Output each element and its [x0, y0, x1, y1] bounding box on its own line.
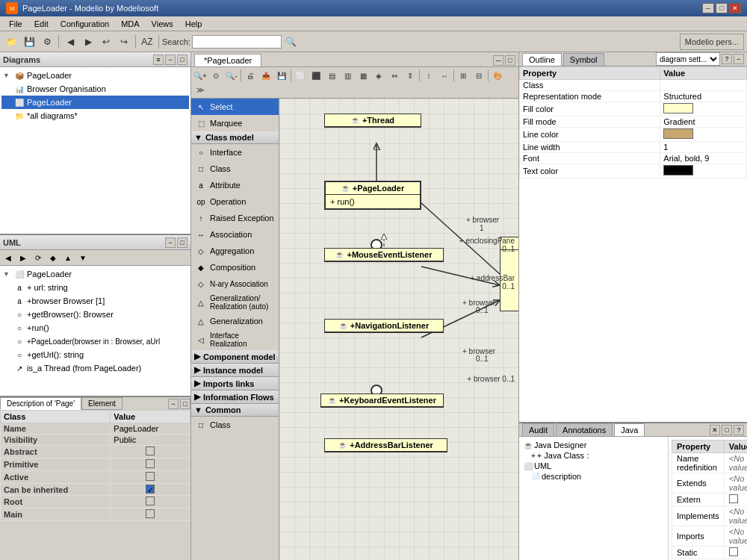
- tree-item-all-diagrams[interactable]: 📁 *all diagrams*: [1, 109, 189, 122]
- desc-tab-element[interactable]: Element: [81, 397, 123, 410]
- uml-tree-pageloader[interactable]: ▼ ⬜ PageLoader: [1, 267, 189, 281]
- line-color-swatch[interactable]: [663, 128, 693, 139]
- java-row-static-val[interactable]: [724, 547, 747, 559]
- desc-tab-description[interactable]: Description of 'Page': [0, 397, 81, 410]
- layout-btn-1[interactable]: ↕: [421, 69, 436, 82]
- cb-static[interactable]: [729, 547, 738, 556]
- palette-class[interactable]: □ Class: [191, 161, 279, 177]
- tab-outline[interactable]: Outline: [522, 53, 562, 66]
- cb-inherited[interactable]: ✓: [146, 485, 155, 494]
- menu-configuration[interactable]: Configuration: [55, 18, 115, 30]
- diagrams-ctrl-3[interactable]: □: [177, 55, 187, 65]
- tab-audit[interactable]: Audit: [522, 423, 554, 436]
- palette-section-component[interactable]: ▶ Component model: [191, 350, 279, 364]
- titlebar-buttons[interactable]: ─ □ ✕: [702, 3, 741, 13]
- cb-main[interactable]: [146, 509, 155, 518]
- outline-ctrl-min[interactable]: −: [734, 54, 744, 64]
- align-btn-8[interactable]: ⇕: [403, 69, 418, 82]
- uml-tree-browser[interactable]: a +browser Browser [1]: [1, 294, 189, 308]
- align-btn-7[interactable]: ⇔: [387, 69, 402, 82]
- toolbar-btn-1[interactable]: 📁: [3, 34, 19, 50]
- palette-raised-exception[interactable]: ↑ Raised Exception: [191, 210, 279, 226]
- outline-row-class-val[interactable]: [660, 80, 747, 91]
- bottom-right-ctrl-2[interactable]: □: [722, 425, 732, 435]
- diagram-tab-pageloader[interactable]: *PageLoader: [194, 54, 261, 66]
- menu-views[interactable]: Views: [146, 18, 179, 30]
- java-row-imports-val[interactable]: <No value>: [724, 526, 747, 547]
- uml-class-pageloader[interactable]: ☕ +PageLoader + run(): [324, 181, 421, 210]
- palette-section-infoflows[interactable]: ▶ Information Flows: [191, 391, 279, 404]
- search-button[interactable]: 🔍: [283, 34, 300, 50]
- row-value-main[interactable]: [111, 508, 190, 521]
- uml-tb-6[interactable]: ▼: [76, 252, 90, 264]
- menu-file[interactable]: File: [3, 18, 28, 30]
- grid-btn[interactable]: ⊞: [456, 69, 471, 82]
- tree-item-browser-org[interactable]: 📊 Browser Organisation: [1, 82, 189, 96]
- java-row-extends-val[interactable]: <No value>: [724, 473, 747, 494]
- desc-ctrl-2[interactable]: □: [180, 399, 190, 409]
- palette-section-common[interactable]: ▼ Common: [191, 404, 279, 417]
- align-btn-3[interactable]: ▤: [324, 69, 339, 82]
- row-value-name[interactable]: PageLoader: [111, 423, 190, 435]
- palette-common-class[interactable]: □ Class: [191, 417, 279, 433]
- align-btn-5[interactable]: ▦: [356, 69, 371, 82]
- diagram-canvas[interactable]: ☕ +Thread ☕ +JFrame ☕ +PageLoade: [279, 99, 518, 560]
- palette-select[interactable]: ↖ Select: [191, 99, 279, 115]
- bottom-right-ctrl-1[interactable]: ✕: [710, 425, 720, 435]
- align-btn-4[interactable]: ▥: [340, 69, 355, 82]
- uml-class-addressbar[interactable]: ☕ +AddressBarListener: [324, 438, 447, 452]
- print-btn[interactable]: 🖨: [243, 69, 258, 82]
- java-row-extern-val[interactable]: [724, 494, 747, 506]
- bottom-right-ctrl-3[interactable]: ?: [734, 425, 744, 435]
- palette-gen-real[interactable]: △ Generalization/Realization (auto): [191, 292, 279, 313]
- text-color-swatch[interactable]: [663, 165, 693, 175]
- palette-operation[interactable]: op Operation: [191, 193, 279, 210]
- outline-row-font-val[interactable]: Arial, bold, 9: [660, 153, 747, 164]
- diagrams-controls[interactable]: ≡ − □: [153, 55, 187, 65]
- zoom-in-btn[interactable]: 🔍+: [193, 69, 208, 82]
- outline-ctrl-help[interactable]: ?: [722, 54, 732, 64]
- maximize-button[interactable]: □: [716, 3, 728, 13]
- uml-tree-getbrowser[interactable]: ○ +getBrowser(): Browser: [1, 308, 189, 321]
- align-btn-6[interactable]: ◈: [371, 69, 386, 82]
- more-btn[interactable]: ≫: [193, 83, 208, 96]
- outline-row-linewidth-val[interactable]: 1: [660, 142, 747, 153]
- uml-tb-1[interactable]: ◀: [1, 252, 15, 264]
- outline-row-repr-val[interactable]: Structured: [660, 91, 747, 102]
- uml-ctrl-2[interactable]: □: [177, 237, 187, 248]
- cb-root[interactable]: [146, 497, 155, 505]
- palette-interface[interactable]: ○ Interface: [191, 144, 279, 161]
- palette-section-instance[interactable]: ▶ Instance model: [191, 364, 279, 377]
- search-input[interactable]: [192, 35, 282, 49]
- diagrams-ctrl-1[interactable]: ≡: [153, 55, 164, 65]
- row-value-visibility[interactable]: Public: [111, 435, 190, 446]
- menu-help[interactable]: Help: [179, 18, 208, 30]
- uml-class-navlistener[interactable]: ☕ +NavigationListener: [324, 319, 444, 333]
- desc-controls[interactable]: − □: [168, 397, 190, 410]
- uml-tree-url[interactable]: a + url: string: [1, 281, 189, 294]
- uml-controls[interactable]: − □: [165, 237, 187, 248]
- palette-marquee[interactable]: ⬚ Marquee: [191, 115, 279, 131]
- uml-tb-2[interactable]: ▶: [16, 252, 30, 264]
- row-value-inherited[interactable]: ✓: [111, 484, 190, 496]
- tab-java[interactable]: Java: [614, 423, 645, 436]
- uml-class-thread[interactable]: ☕ +Thread: [324, 113, 421, 128]
- row-value-active[interactable]: [111, 471, 190, 484]
- uml-tree-pageloader-ctor[interactable]: ○ +PageLoader(browser in : Browser, aUrl: [1, 335, 189, 348]
- uml-tb-4[interactable]: ◆: [46, 252, 60, 264]
- uml-tree-geturl[interactable]: ○ +getUrl(): string: [1, 348, 189, 361]
- palette-composition[interactable]: ◆ Composition: [191, 259, 279, 276]
- tab-annotations[interactable]: Annotations: [556, 423, 613, 436]
- close-button[interactable]: ✕: [729, 3, 741, 13]
- tree-item-pageloader-root[interactable]: ▼ 📦 PageLoader: [1, 69, 189, 82]
- snap-btn[interactable]: ⊟: [471, 69, 486, 82]
- diagrams-ctrl-2[interactable]: −: [165, 55, 176, 65]
- toolbar-btn-2[interactable]: 💾: [21, 34, 37, 50]
- palette-aggregation[interactable]: ◇ Aggregation: [191, 243, 279, 259]
- palette-association[interactable]: ↔ Association: [191, 226, 279, 243]
- align-btn-1[interactable]: ⬜: [293, 69, 308, 82]
- audit-description[interactable]: 📄 description: [522, 471, 665, 482]
- row-value-root[interactable]: [111, 496, 190, 508]
- outline-row-textcolor-val[interactable]: [660, 164, 747, 178]
- align-btn-2[interactable]: ⬛: [309, 69, 323, 82]
